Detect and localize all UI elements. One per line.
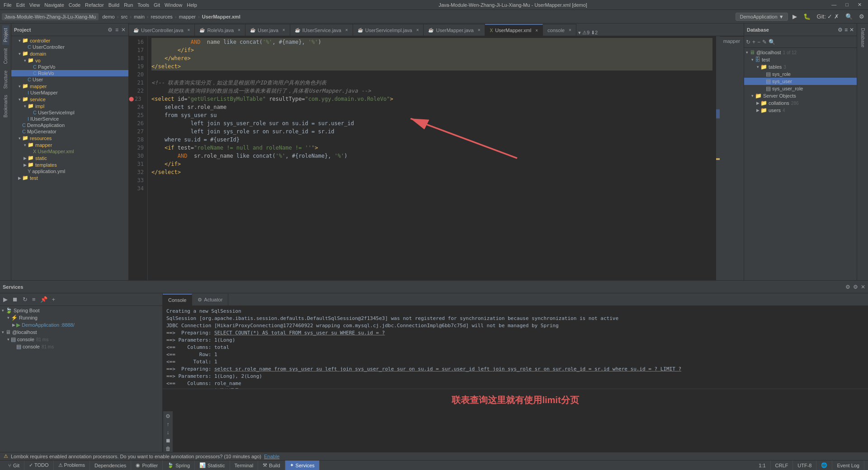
tab-close-icon[interactable]: × xyxy=(238,28,241,33)
tab-overflow-button[interactable]: ▾ ⚠9 ⬇2 xyxy=(578,30,598,36)
commit-tab[interactable]: Commit xyxy=(2,46,9,66)
menu-run[interactable]: Run xyxy=(124,2,133,8)
db-add-icon[interactable]: + xyxy=(752,39,755,45)
tree-iuserservice[interactable]: I IUserService xyxy=(11,116,128,122)
tree-mapper-folder[interactable]: ▾ 📁 mapper xyxy=(11,83,128,89)
db-tables-folder[interactable]: ▾ 📁 tables 3 xyxy=(744,63,857,70)
menu-code[interactable]: Code xyxy=(69,2,80,8)
statusbar-todo[interactable]: ✓ TODO xyxy=(24,461,53,470)
services-running[interactable]: ▾ ⚡ Running xyxy=(0,314,162,321)
editor-code[interactable]: AND name like concat('%', #{name}, '%') … xyxy=(148,36,716,280)
statusbar-services[interactable]: ✦ Services xyxy=(285,461,320,470)
project-collapse-icon[interactable]: ≡ xyxy=(115,27,118,33)
tree-domain-folder[interactable]: ▾ 📁 domain xyxy=(11,50,128,57)
services-localhost[interactable]: ▾ 🖥 @localhost xyxy=(0,329,162,336)
services-run-icon[interactable]: ▶ xyxy=(2,295,9,304)
tab-close-icon[interactable]: × xyxy=(535,28,538,33)
tab-close-icon[interactable]: × xyxy=(188,28,190,33)
services-stop-icon[interactable]: ⏹ xyxy=(11,295,19,304)
console-output[interactable]: Creating a new SqlSession SqlSession [or… xyxy=(163,306,868,389)
menu-window[interactable]: Window xyxy=(165,2,182,8)
project-settings-icon[interactable]: ⚙ xyxy=(108,27,113,33)
close-button[interactable]: ✕ xyxy=(855,2,864,8)
minimize-button[interactable]: — xyxy=(829,2,839,8)
tab-console[interactable]: console × xyxy=(543,24,576,36)
tab-rolevo[interactable]: ☕ RoleVo.java × xyxy=(195,24,245,36)
tab-usercontroller[interactable]: ☕ UserController.java × xyxy=(129,24,195,36)
console-up-icon[interactable]: ↑ xyxy=(167,421,170,428)
menu-navigate[interactable]: Navigate xyxy=(44,2,64,8)
statusbar-problems[interactable]: ⚠ Problems xyxy=(54,461,90,470)
services-rerun-icon[interactable]: ↻ xyxy=(21,295,29,304)
settings-icon[interactable]: ⚙ xyxy=(857,12,866,21)
menu-bar[interactable]: File Edit View Navigate Code Refactor Bu… xyxy=(4,2,197,8)
tree-mpgenerator[interactable]: C MpGenerator xyxy=(11,128,128,135)
tree-test-folder[interactable]: ▶ 📁 test xyxy=(11,174,128,181)
db-search-icon[interactable]: 🔍 xyxy=(769,39,775,45)
menu-refactor[interactable]: Refactor xyxy=(85,2,104,8)
db-localhost[interactable]: ▾ 🖥 @localhost 1 of 12 xyxy=(744,49,857,56)
debug-button[interactable]: 🐛 xyxy=(802,12,812,21)
db-sys-user[interactable]: ▤ sys_user xyxy=(744,78,857,85)
database-side-tab[interactable]: Database xyxy=(859,25,866,50)
tree-vo-folder[interactable]: ▾ 📁 vo xyxy=(11,57,128,64)
tree-impl-folder[interactable]: ▾ 📁 impl xyxy=(11,103,128,109)
tree-controller-folder[interactable]: ▾ 📁 controller xyxy=(11,37,128,44)
run-config-selector[interactable]: DemoApplication ▼ xyxy=(736,13,788,21)
tree-pagevo[interactable]: C PageVo xyxy=(11,64,128,70)
tree-mapper-xml-folder[interactable]: ▾ 📁 mapper xyxy=(11,141,128,148)
services-demo-app[interactable]: ▶ ▶ DemoApplication :8888/ xyxy=(0,321,162,329)
db-properties-icon[interactable]: ✎ xyxy=(762,39,767,45)
structure-tab[interactable]: Structure xyxy=(2,68,9,92)
menu-tools[interactable]: Tools xyxy=(137,2,149,8)
tab-iuserservice[interactable]: ☕ IUserService.java × xyxy=(290,24,353,36)
scrollbar-thumb[interactable] xyxy=(716,109,720,118)
settings-icon[interactable]: ⚙ xyxy=(845,284,850,290)
tree-user[interactable]: C User xyxy=(11,76,128,83)
menu-view[interactable]: View xyxy=(29,2,40,8)
services-console-2[interactable]: ▤ console 81 ms xyxy=(0,343,162,350)
console-down-icon[interactable]: ↓ xyxy=(167,429,170,436)
statusbar-git[interactable]: ⑂ Git xyxy=(4,461,24,470)
window-controls[interactable]: — □ ✕ xyxy=(829,2,864,8)
tab-user[interactable]: ☕ User.java × xyxy=(245,24,290,36)
tree-service-folder[interactable]: ▾ 📁 service xyxy=(11,96,128,103)
lombok-enable-link[interactable]: Enable xyxy=(264,454,279,459)
tab-usermapper-java[interactable]: ☕ UserMapper.java × xyxy=(424,24,485,36)
db-refresh-icon[interactable]: ↻ xyxy=(746,39,750,45)
statusbar-line-ending[interactable]: CRLF xyxy=(771,461,793,470)
project-close-icon[interactable]: ✕ xyxy=(121,27,126,33)
close-panel-icon[interactable]: ✕ xyxy=(861,284,865,290)
gear-icon[interactable]: ⚙ xyxy=(853,284,858,290)
services-pin-icon[interactable]: 📌 xyxy=(39,295,49,304)
db-minus-icon[interactable]: − xyxy=(757,39,760,45)
services-spring-boot[interactable]: ▾ 🍃 Spring Boot xyxy=(0,307,162,314)
statusbar-encoding[interactable]: UTF-8 xyxy=(793,461,816,470)
run-button[interactable]: ▶ xyxy=(791,12,799,21)
console-tab-actuator[interactable]: ⚙ Actuator xyxy=(192,294,228,306)
tree-usercontroller[interactable]: C UserController xyxy=(11,44,128,50)
menu-build[interactable]: Build xyxy=(108,2,119,8)
statusbar-eventlog[interactable]: Event Log xyxy=(832,461,864,470)
statusbar-terminal[interactable]: Terminal xyxy=(230,461,259,470)
tree-static-folder[interactable]: ▶ 📁 static xyxy=(11,155,128,161)
db-test[interactable]: ▾ 🗄 test xyxy=(744,56,857,63)
services-add-icon[interactable]: + xyxy=(51,295,57,304)
statusbar-statistic[interactable]: 📊 Statistic xyxy=(195,461,230,470)
tree-usermapper-xml[interactable]: X UserMapper.xml xyxy=(11,148,128,155)
statusbar-build[interactable]: ⚒ Build xyxy=(258,461,285,470)
statusbar-profiler[interactable]: ◉ Profiler xyxy=(131,461,163,470)
tab-close-icon[interactable]: × xyxy=(569,28,571,33)
db-close-icon[interactable]: ✕ xyxy=(849,27,854,33)
db-sys-role[interactable]: ▤ sys_role xyxy=(744,70,857,78)
menu-edit[interactable]: Edit xyxy=(16,2,25,8)
statusbar-indent[interactable]: 🌐 xyxy=(816,461,832,470)
tree-rolevo[interactable]: C RoleVo xyxy=(11,70,128,76)
console-clear-icon[interactable]: 🗑 xyxy=(165,446,171,452)
tab-close-icon[interactable]: × xyxy=(283,28,285,33)
bookmarks-tab[interactable]: Bookmarks xyxy=(2,92,9,120)
menu-file[interactable]: File xyxy=(4,2,12,8)
tab-close-icon[interactable]: × xyxy=(416,28,419,33)
db-users[interactable]: ▶ 📁 users 4 xyxy=(744,107,857,114)
tree-usermapper[interactable]: I UserMapper xyxy=(11,89,128,96)
